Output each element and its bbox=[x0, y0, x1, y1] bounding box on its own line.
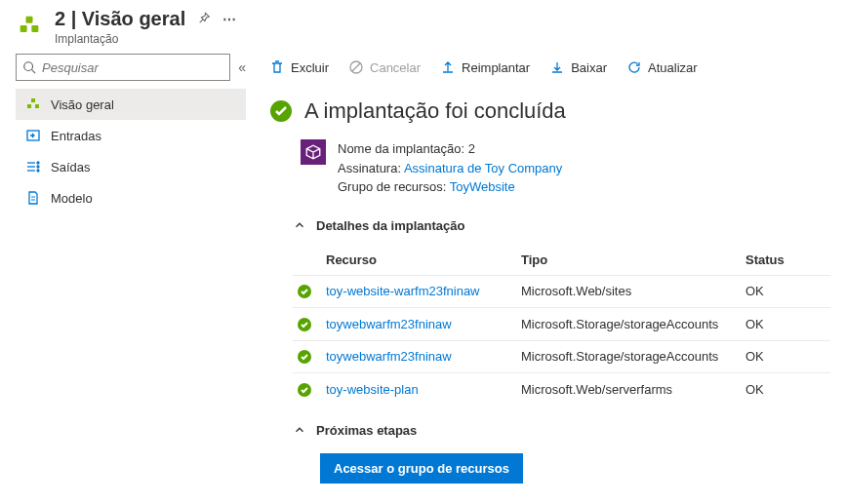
download-icon bbox=[549, 59, 565, 75]
resources-table: Recurso Tipo Status toy-website-warfm23f… bbox=[293, 245, 830, 406]
table-row: toy-website-warfm23fninawMicrosoft.Web/s… bbox=[293, 275, 830, 308]
svg-rect-1 bbox=[31, 25, 38, 32]
page-title: 2 | Visão geral bbox=[55, 8, 185, 30]
sidebar-item-label: Visão geral bbox=[51, 97, 114, 112]
deployment-info: Nome da implantação: 2 Assinatura: Assin… bbox=[301, 139, 830, 197]
toolbar: Excluir Cancelar Reimplantar Baixar Atua… bbox=[269, 54, 830, 89]
page-header: 2 | Visão geral ⋯ Implantação bbox=[0, 0, 846, 54]
download-button[interactable]: Baixar bbox=[549, 59, 607, 75]
search-icon bbox=[22, 60, 36, 74]
details-section-title: Detalhes da implantação bbox=[316, 218, 464, 233]
svg-rect-2 bbox=[26, 17, 33, 23]
subscription-label: Assinatura: bbox=[338, 161, 401, 175]
refresh-button[interactable]: Atualizar bbox=[626, 59, 698, 75]
resource-type: Microsoft.Web/sites bbox=[517, 275, 742, 308]
svg-line-4 bbox=[32, 70, 36, 74]
go-to-resource-group-button[interactable]: Acessar o grupo de recursos bbox=[320, 453, 523, 484]
svg-point-3 bbox=[24, 62, 33, 71]
inputs-icon bbox=[25, 128, 41, 143]
sidebar-item-label: Modelo bbox=[51, 191, 93, 206]
cancel-icon bbox=[348, 59, 364, 75]
search-input-wrapper[interactable] bbox=[16, 54, 230, 81]
resource-type: Microsoft.Storage/storageAccounts bbox=[517, 308, 742, 341]
svg-point-12 bbox=[37, 162, 39, 164]
chevron-up-icon bbox=[293, 218, 306, 232]
resource-status: OK bbox=[742, 308, 830, 341]
overview-icon bbox=[25, 97, 41, 112]
resource-link[interactable]: toy-website-warfm23fninaw bbox=[326, 284, 480, 298]
package-icon bbox=[301, 139, 326, 165]
svg-point-14 bbox=[37, 170, 39, 172]
redeploy-button[interactable]: Reimplantar bbox=[440, 59, 530, 75]
sidebar-item-outputs[interactable]: Saídas bbox=[16, 151, 246, 182]
status-ok-icon bbox=[297, 317, 312, 332]
next-steps-section-header[interactable]: Próximas etapas bbox=[293, 415, 830, 446]
sidebar-item-overview[interactable]: Visão geral bbox=[16, 89, 246, 120]
redeploy-icon bbox=[440, 59, 456, 75]
deployment-name-label: Nome da implantação: bbox=[338, 141, 464, 156]
status-title: A implantação foi concluída bbox=[304, 98, 566, 124]
sidebar-item-inputs[interactable]: Entradas bbox=[16, 120, 246, 151]
svg-rect-6 bbox=[35, 104, 39, 108]
subscription-link[interactable]: Assinatura de Toy Company bbox=[404, 161, 562, 175]
sidebar-item-label: Saídas bbox=[51, 160, 90, 174]
resource-group-label: Grupo de recursos: bbox=[338, 179, 446, 194]
refresh-icon bbox=[626, 59, 642, 75]
search-input[interactable] bbox=[42, 60, 223, 75]
resource-status: OK bbox=[742, 340, 830, 373]
resource-link[interactable]: toywebwarfm23fninaw bbox=[326, 349, 452, 364]
table-row: toy-website-planMicrosoft.Web/serverfarm… bbox=[293, 373, 830, 406]
resource-group-link[interactable]: ToyWebsite bbox=[450, 179, 515, 194]
svg-rect-5 bbox=[27, 104, 31, 108]
svg-rect-7 bbox=[31, 98, 35, 102]
status-row: A implantação foi concluída bbox=[269, 98, 830, 124]
next-steps-title: Próximas etapas bbox=[316, 423, 417, 438]
details-section-header[interactable]: Detalhes da implantação bbox=[293, 211, 830, 241]
col-type: Tipo bbox=[517, 245, 742, 276]
resource-status: OK bbox=[742, 373, 830, 406]
table-row: toywebwarfm23fninawMicrosoft.Storage/sto… bbox=[293, 340, 830, 373]
status-ok-icon bbox=[297, 349, 312, 365]
sidebar: « Visão geral Entradas Saídas Modelo bbox=[0, 54, 254, 489]
page-subtitle: Implantação bbox=[55, 32, 830, 46]
deployment-icon bbox=[16, 12, 43, 39]
sidebar-item-label: Entradas bbox=[51, 129, 101, 143]
delete-button[interactable]: Excluir bbox=[269, 59, 329, 75]
outputs-icon bbox=[25, 159, 41, 174]
svg-point-13 bbox=[37, 166, 39, 168]
resource-link[interactable]: toy-website-plan bbox=[326, 382, 419, 397]
status-ok-icon bbox=[297, 382, 312, 398]
resource-type: Microsoft.Storage/storageAccounts bbox=[517, 340, 742, 373]
delete-icon bbox=[269, 59, 285, 75]
collapse-sidebar-icon[interactable]: « bbox=[238, 59, 246, 75]
resource-type: Microsoft.Web/serverfarms bbox=[517, 373, 742, 406]
chevron-up-icon bbox=[293, 423, 306, 437]
more-icon[interactable]: ⋯ bbox=[222, 12, 236, 27]
col-resource: Recurso bbox=[322, 245, 517, 276]
main-content: Excluir Cancelar Reimplantar Baixar Atua… bbox=[254, 54, 846, 489]
table-row: toywebwarfm23fninawMicrosoft.Storage/sto… bbox=[293, 308, 830, 341]
cancel-button: Cancelar bbox=[348, 59, 421, 75]
sidebar-item-template[interactable]: Modelo bbox=[16, 182, 246, 213]
pin-icon[interactable] bbox=[197, 11, 211, 27]
status-ok-icon bbox=[297, 284, 312, 299]
deployment-name-value: 2 bbox=[468, 141, 475, 156]
success-icon bbox=[269, 99, 293, 123]
col-status: Status bbox=[742, 245, 830, 276]
resource-status: OK bbox=[742, 275, 830, 308]
svg-line-18 bbox=[352, 63, 360, 71]
sidebar-nav: Visão geral Entradas Saídas Modelo bbox=[16, 89, 246, 213]
svg-rect-0 bbox=[20, 25, 27, 32]
template-icon bbox=[25, 190, 41, 206]
resource-link[interactable]: toywebwarfm23fninaw bbox=[326, 317, 452, 331]
